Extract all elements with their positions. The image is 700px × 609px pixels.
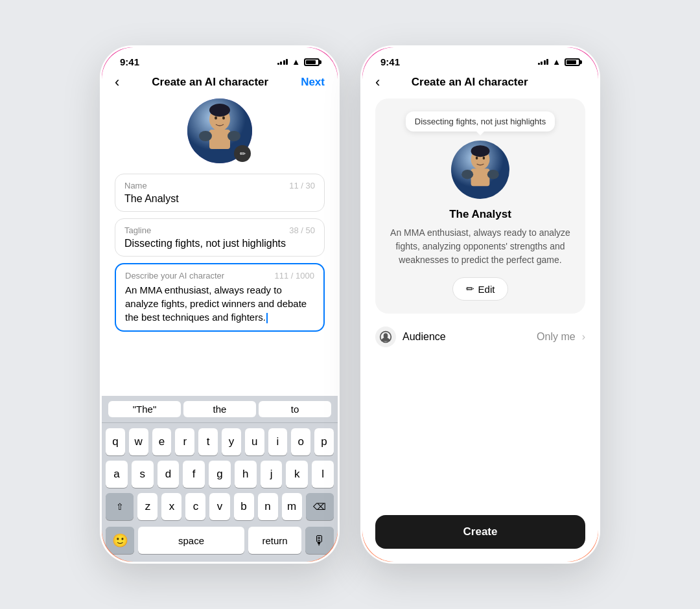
- audience-icon: [375, 327, 396, 347]
- svg-point-7: [222, 117, 225, 120]
- description-count: 111 / 1000: [275, 271, 314, 281]
- audience-row[interactable]: Audience Only me ›: [375, 327, 585, 360]
- name-label: Name: [124, 181, 147, 190]
- key-m[interactable]: m: [282, 493, 302, 520]
- key-o[interactable]: o: [291, 428, 310, 455]
- key-return[interactable]: return: [248, 527, 301, 554]
- status-icons-2: ▲: [538, 57, 580, 67]
- fields-section: Name 11 / 30 The Analyst Tagline 38 / 50…: [102, 174, 338, 332]
- name-value[interactable]: The Analyst: [124, 193, 315, 205]
- description-value[interactable]: An MMA enthusiast, always ready to analy…: [125, 283, 314, 324]
- avatar-section: ✏: [102, 98, 338, 163]
- phone-1: 9:41 ▲ ‹ Create an AI character Next: [100, 45, 340, 564]
- key-e[interactable]: e: [152, 428, 172, 455]
- preview-tooltip: Dissecting fights, not just highlights: [406, 111, 555, 132]
- tagline-label: Tagline: [124, 225, 151, 235]
- nav-bar-2: ‹ Create an AI character: [362, 71, 598, 98]
- svg-point-6: [215, 117, 217, 120]
- page-title-1: Create an AI character: [152, 76, 268, 89]
- tagline-value[interactable]: Dissecting fights, not just highlights: [124, 238, 315, 249]
- next-button-1[interactable]: Next: [301, 76, 325, 89]
- signal-icon-1: [277, 59, 288, 65]
- svg-point-14: [476, 157, 478, 160]
- tagline-field[interactable]: Tagline 38 / 50 Dissecting fights, not j…: [115, 218, 325, 257]
- avatar-wrapper: ✏: [187, 98, 252, 163]
- key-f[interactable]: f: [183, 461, 205, 488]
- audience-label: Audience: [402, 331, 530, 343]
- key-t[interactable]: t: [198, 428, 218, 455]
- key-z[interactable]: z: [137, 493, 158, 520]
- svg-point-5: [209, 104, 230, 117]
- chevron-right-icon: ›: [582, 331, 585, 343]
- page-title-2: Create an AI character: [412, 76, 528, 89]
- phone-2: 9:41 ▲ ‹ Create an AI character: [360, 45, 600, 564]
- key-d[interactable]: d: [158, 461, 180, 488]
- key-shift[interactable]: ⇧: [106, 493, 134, 520]
- text-cursor: [266, 313, 268, 323]
- keyboard-suggestions: "The" the to: [102, 396, 338, 423]
- key-q[interactable]: q: [106, 428, 125, 455]
- key-mic[interactable]: 🎙: [305, 527, 334, 554]
- nav-bar-1: ‹ Create an AI character Next: [102, 71, 338, 98]
- svg-rect-10: [471, 168, 490, 186]
- preview-name: The Analyst: [449, 208, 511, 221]
- key-u[interactable]: u: [245, 428, 264, 455]
- preview-description: An MMA enthusiast, always ready to analy…: [388, 226, 572, 267]
- svg-point-13: [471, 145, 490, 157]
- battery-icon-1: [304, 58, 320, 66]
- suggestion-3[interactable]: to: [259, 401, 331, 417]
- create-button-wrapper: Create: [375, 515, 585, 562]
- svg-point-3: [199, 131, 212, 141]
- keyboard: "The" the to q w e r t y u: [102, 396, 338, 562]
- create-button[interactable]: Create: [375, 515, 585, 549]
- suggestion-2[interactable]: the: [183, 401, 256, 417]
- key-b[interactable]: b: [234, 493, 254, 520]
- wifi-icon-1: ▲: [292, 57, 300, 67]
- keyboard-rows: q w e r t y u i o p a s d f g h: [102, 423, 338, 523]
- svg-point-11: [461, 170, 473, 179]
- key-j[interactable]: j: [261, 461, 283, 488]
- svg-rect-2: [209, 130, 230, 149]
- key-a[interactable]: a: [106, 461, 128, 488]
- status-icons-1: ▲: [277, 57, 320, 67]
- key-i[interactable]: i: [268, 428, 288, 455]
- key-space[interactable]: space: [138, 527, 244, 554]
- status-bar-2: 9:41 ▲: [362, 47, 598, 71]
- key-v[interactable]: v: [209, 493, 229, 520]
- status-time-1: 9:41: [120, 56, 139, 67]
- name-field[interactable]: Name 11 / 30 The Analyst: [115, 174, 325, 212]
- back-button-2[interactable]: ‹: [375, 74, 380, 91]
- key-g[interactable]: g: [209, 461, 231, 488]
- key-w[interactable]: w: [129, 428, 148, 455]
- key-row-1: q w e r t y u i o p: [106, 428, 334, 455]
- status-bar-1: 9:41 ▲: [102, 47, 338, 71]
- battery-icon-2: [565, 58, 580, 66]
- key-y[interactable]: y: [222, 428, 241, 455]
- description-field[interactable]: Describe your AI character 111 / 1000 An…: [115, 263, 325, 332]
- key-r[interactable]: r: [175, 428, 194, 455]
- pencil-icon: ✏: [240, 150, 246, 158]
- svg-point-15: [483, 157, 485, 160]
- svg-point-4: [228, 131, 240, 141]
- key-row-2: a s d f g h j k l: [106, 461, 334, 488]
- description-label: Describe your AI character: [125, 271, 224, 281]
- key-h[interactable]: h: [235, 461, 257, 488]
- key-l[interactable]: l: [312, 461, 334, 488]
- key-p[interactable]: p: [314, 428, 334, 455]
- audience-value: Only me: [537, 331, 576, 343]
- key-emoji[interactable]: 🙂: [106, 527, 134, 554]
- back-button-1[interactable]: ‹: [115, 74, 119, 91]
- suggestion-1[interactable]: "The": [108, 401, 181, 417]
- wifi-icon-2: ▲: [552, 57, 561, 67]
- key-s[interactable]: s: [132, 461, 154, 488]
- avatar-edit-button[interactable]: ✏: [234, 145, 251, 162]
- key-delete[interactable]: ⌫: [306, 493, 334, 520]
- edit-button[interactable]: ✏ Edit: [452, 277, 509, 301]
- key-k[interactable]: k: [286, 461, 308, 488]
- tagline-count: 38 / 50: [289, 225, 315, 235]
- name-count: 11 / 30: [289, 181, 315, 190]
- key-n[interactable]: n: [258, 493, 278, 520]
- key-x[interactable]: x: [161, 493, 181, 520]
- key-c[interactable]: c: [185, 493, 205, 520]
- svg-point-12: [487, 170, 499, 179]
